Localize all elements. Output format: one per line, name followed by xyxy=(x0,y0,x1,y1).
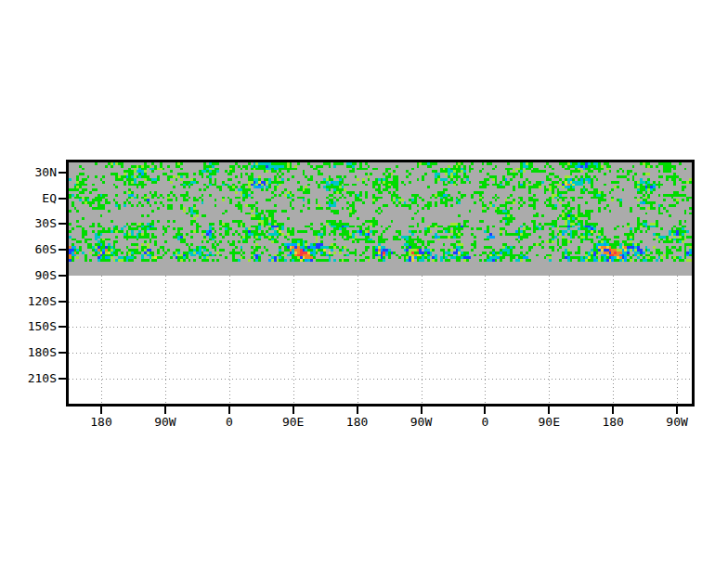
y-tick xyxy=(58,249,66,251)
vertical-gridline xyxy=(229,276,230,404)
vertical-gridline xyxy=(485,276,486,404)
vertical-gridline xyxy=(358,276,358,404)
y-tick xyxy=(58,378,66,380)
x-tick xyxy=(484,407,486,414)
x-tick xyxy=(100,407,102,414)
y-tick xyxy=(58,172,66,174)
vertical-gridline xyxy=(422,276,422,404)
horizontal-gridline xyxy=(69,327,692,328)
horizontal-gridline xyxy=(69,302,692,303)
horizontal-gridline xyxy=(69,353,692,354)
x-tick-label: 180 xyxy=(585,416,641,429)
x-tick-label: 180 xyxy=(330,416,385,429)
vertical-gridline xyxy=(677,276,678,404)
y-tick-label: 150S xyxy=(0,320,57,333)
x-tick xyxy=(292,407,294,414)
y-tick xyxy=(58,352,66,354)
y-tick-label: 30S xyxy=(0,217,57,230)
x-tick-label: 0 xyxy=(457,416,513,429)
vertical-gridline xyxy=(549,276,550,404)
x-tick-label: 0 xyxy=(202,416,257,429)
y-tick xyxy=(58,223,66,225)
x-tick-label: 90W xyxy=(137,416,193,429)
y-tick-label: 210S xyxy=(0,372,57,385)
y-tick xyxy=(58,301,66,303)
x-tick xyxy=(421,407,422,414)
vertical-gridline xyxy=(613,276,614,404)
horizontal-gridline xyxy=(69,379,692,380)
y-tick xyxy=(58,326,66,328)
vertical-gridline xyxy=(165,276,166,404)
chart-page: 30NEQ30S60S90S120S150S180S210S 18090W090… xyxy=(0,0,728,568)
x-tick xyxy=(228,407,230,414)
y-tick-label: 180S xyxy=(0,346,57,359)
vertical-gridline xyxy=(293,276,294,404)
y-tick-label: EQ xyxy=(0,192,57,205)
x-tick-label: 90W xyxy=(394,416,449,429)
x-tick xyxy=(548,407,550,414)
y-tick xyxy=(58,275,66,277)
x-tick-label: 180 xyxy=(73,416,129,429)
heatmap-field-canvas xyxy=(69,162,692,262)
x-tick xyxy=(164,407,166,414)
x-tick xyxy=(357,407,358,414)
y-tick-label: 30N xyxy=(0,166,57,179)
x-tick xyxy=(612,407,614,414)
plot-frame xyxy=(66,160,695,407)
x-tick-label: 90E xyxy=(266,416,321,429)
y-tick-label: 120S xyxy=(0,295,57,308)
y-tick-label: 90S xyxy=(0,269,57,282)
x-tick-label: 90E xyxy=(521,416,577,429)
y-tick xyxy=(58,198,66,200)
vertical-gridline xyxy=(101,276,102,404)
x-tick-label: 90W xyxy=(649,416,705,429)
x-tick xyxy=(676,407,678,414)
y-tick-label: 60S xyxy=(0,243,57,256)
